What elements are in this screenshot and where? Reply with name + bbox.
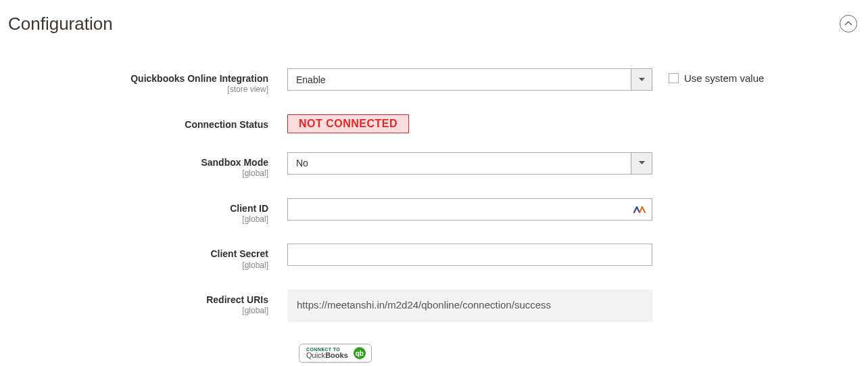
field-row-client-secret: Client Secret [global] <box>8 244 860 271</box>
page-header: Configuration <box>8 14 860 35</box>
field-row-redirect-uris: Redirect URIs [global] https://meetanshi… <box>8 290 860 322</box>
field-label: Client ID <box>230 203 268 214</box>
use-system-value-checkbox[interactable] <box>669 73 679 83</box>
field-label: Connection Status <box>185 119 268 130</box>
label-col: Quickbooks Online Integration [store vie… <box>8 68 287 95</box>
field-row-integration: Quickbooks Online Integration [store vie… <box>8 68 860 95</box>
sandbox-mode-select[interactable]: No <box>287 152 652 175</box>
client-id-input[interactable] <box>287 198 652 221</box>
select-value: No <box>288 158 631 168</box>
dropdown-arrow-icon <box>631 69 652 90</box>
field-scope: [global] <box>8 306 268 317</box>
qb-button-text: CONNECT TO QuickBooks <box>306 347 348 359</box>
connection-status-badge: NOT CONNECTED <box>287 114 409 133</box>
use-system-value-label: Use system value <box>684 72 764 84</box>
label-col: Client Secret [global] <box>8 244 287 271</box>
select-value: Enable <box>288 74 631 85</box>
field-label: Client Secret <box>210 248 268 259</box>
label-col: Sandbox Mode [global] <box>8 152 287 179</box>
chevron-up-icon <box>844 21 852 26</box>
field-row-sandbox-mode: Sandbox Mode [global] No <box>8 152 860 179</box>
page-title: Configuration <box>8 14 113 35</box>
field-row-connection-status: Connection Status NOT CONNECTED <box>8 114 860 133</box>
field-scope: [global] <box>8 168 268 179</box>
connect-to-quickbooks-button[interactable]: CONNECT TO QuickBooks qb <box>299 344 372 363</box>
field-label: Redirect URIs <box>206 294 268 305</box>
qb-connect-line2: QuickBooks <box>306 352 348 359</box>
quickbooks-logo-icon: qb <box>354 347 366 359</box>
field-scope: [store view] <box>8 85 268 95</box>
label-col: Connection Status <box>8 114 287 131</box>
redirect-uris-value: https://meetanshi.in/m2d24/qbonline/conn… <box>287 290 652 322</box>
field-row-client-id: Client ID [global] <box>8 198 860 225</box>
client-secret-input[interactable] <box>287 244 652 266</box>
field-scope: [global] <box>8 214 268 225</box>
integration-select[interactable]: Enable <box>287 68 652 91</box>
field-label: Sandbox Mode <box>201 157 268 168</box>
label-col: Redirect URIs [global] <box>8 290 287 317</box>
collapse-section-button[interactable] <box>840 15 857 32</box>
dropdown-arrow-icon <box>631 153 652 174</box>
label-col: Client ID [global] <box>8 198 287 225</box>
field-label: Quickbooks Online Integration <box>130 73 268 84</box>
field-scope: [global] <box>8 260 268 271</box>
